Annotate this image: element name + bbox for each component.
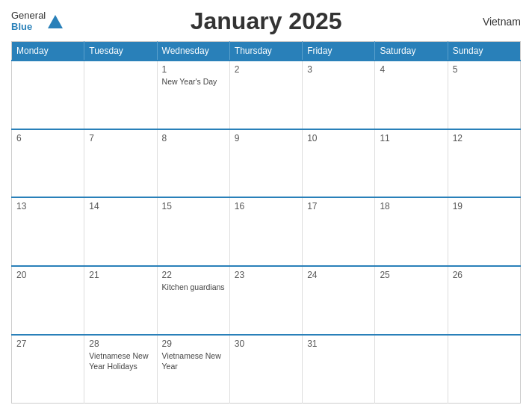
- calendar-cell: 10: [303, 129, 375, 198]
- logo: General Blue: [11, 10, 64, 32]
- calendar-cell: 15: [157, 197, 229, 266]
- calendar-cell: 18: [375, 197, 448, 266]
- calendar-cell: 28Vietnamese New Year Holidays: [84, 335, 157, 404]
- calendar-header-row: Monday Tuesday Wednesday Thursday Friday…: [12, 42, 521, 61]
- col-saturday: Saturday: [375, 42, 448, 61]
- calendar-cell: 23: [229, 266, 302, 335]
- col-thursday: Thursday: [229, 42, 302, 61]
- day-number: 23: [235, 270, 297, 280]
- calendar-cell: 6: [12, 129, 84, 198]
- calendar-cell: [448, 335, 520, 404]
- calendar-cell: 13: [12, 197, 84, 266]
- calendar-cell: 7: [84, 129, 157, 198]
- day-number: 31: [307, 339, 370, 349]
- calendar-week-4: 202122Kitchen guardians23242526: [12, 266, 521, 335]
- country-label: Vietnam: [468, 16, 521, 28]
- svg-marker-0: [48, 15, 63, 28]
- day-number: 27: [16, 339, 79, 349]
- calendar-table: Monday Tuesday Wednesday Thursday Friday…: [11, 41, 521, 404]
- day-number: 14: [89, 201, 152, 211]
- calendar-cell: 4: [375, 61, 448, 129]
- calendar-cell: 3: [303, 61, 375, 129]
- col-friday: Friday: [303, 42, 375, 61]
- calendar-cell: 27: [12, 335, 84, 404]
- calendar-cell: 25: [375, 266, 448, 335]
- calendar-cell: 21: [84, 266, 157, 335]
- event-label: Vietnamese New Year: [162, 351, 221, 371]
- day-number: 8: [162, 133, 225, 143]
- calendar-week-1: 1New Year's Day2345: [12, 61, 521, 129]
- calendar-cell: 1New Year's Day: [157, 61, 229, 129]
- day-number: 2: [235, 64, 297, 75]
- day-number: 5: [453, 64, 516, 75]
- calendar-week-2: 6789101112: [12, 129, 521, 198]
- calendar-cell: 9: [229, 129, 302, 198]
- day-number: 28: [89, 339, 152, 349]
- calendar-cell: 14: [84, 197, 157, 266]
- day-number: 19: [453, 201, 516, 211]
- day-number: 12: [453, 133, 516, 143]
- day-number: 24: [307, 270, 370, 280]
- event-label: New Year's Day: [162, 77, 217, 86]
- col-monday: Monday: [12, 42, 84, 61]
- day-number: 3: [307, 64, 370, 75]
- day-number: 21: [89, 270, 152, 280]
- event-label: Vietnamese New Year Holidays: [89, 351, 148, 371]
- calendar-cell: [12, 61, 84, 129]
- logo-blue: Blue: [11, 22, 46, 32]
- logo-icon: [47, 13, 64, 30]
- day-number: 6: [16, 133, 79, 143]
- day-number: 4: [380, 64, 442, 75]
- calendar-cell: 11: [375, 129, 448, 198]
- day-number: 29: [162, 339, 225, 349]
- day-number: 22: [162, 270, 225, 280]
- calendar-week-3: 13141516171819: [12, 197, 521, 266]
- calendar-cell: 16: [229, 197, 302, 266]
- day-number: 18: [380, 201, 442, 211]
- day-number: 16: [235, 201, 297, 211]
- calendar-body: 1New Year's Day2345678910111213141516171…: [12, 61, 521, 404]
- day-number: 20: [16, 270, 79, 280]
- page-title: January 2025: [64, 7, 468, 35]
- logo-general: General: [11, 10, 46, 21]
- day-number: 7: [89, 133, 152, 143]
- col-sunday: Sunday: [448, 42, 520, 61]
- calendar-cell: 31: [303, 335, 375, 404]
- calendar-cell: 30: [229, 335, 302, 404]
- day-number: 13: [16, 201, 79, 211]
- calendar-page: General Blue January 2025 Vietnam Monday…: [0, 0, 532, 411]
- calendar-cell: [84, 61, 157, 129]
- calendar-cell: 12: [448, 129, 520, 198]
- calendar-cell: 29Vietnamese New Year: [157, 335, 229, 404]
- day-number: 17: [307, 201, 370, 211]
- event-label: Kitchen guardians: [162, 282, 225, 291]
- day-number: 11: [380, 133, 442, 143]
- day-number: 15: [162, 201, 225, 211]
- day-number: 30: [235, 339, 297, 349]
- calendar-cell: 8: [157, 129, 229, 198]
- calendar-cell: 24: [303, 266, 375, 335]
- calendar-cell: 26: [448, 266, 520, 335]
- calendar-cell: 19: [448, 197, 520, 266]
- calendar-cell: 20: [12, 266, 84, 335]
- day-number: 1: [162, 64, 225, 75]
- logo-text: General Blue: [11, 10, 46, 32]
- calendar-cell: 17: [303, 197, 375, 266]
- header: General Blue January 2025 Vietnam: [11, 7, 521, 35]
- calendar-cell: 2: [229, 61, 302, 129]
- calendar-cell: 5: [448, 61, 520, 129]
- day-number: 26: [453, 270, 516, 280]
- col-tuesday: Tuesday: [84, 42, 157, 61]
- day-number: 25: [380, 270, 442, 280]
- col-wednesday: Wednesday: [157, 42, 229, 61]
- day-number: 10: [307, 133, 370, 143]
- day-number: 9: [235, 133, 297, 143]
- calendar-week-5: 2728Vietnamese New Year Holidays29Vietna…: [12, 335, 521, 404]
- calendar-cell: [375, 335, 448, 404]
- calendar-cell: 22Kitchen guardians: [157, 266, 229, 335]
